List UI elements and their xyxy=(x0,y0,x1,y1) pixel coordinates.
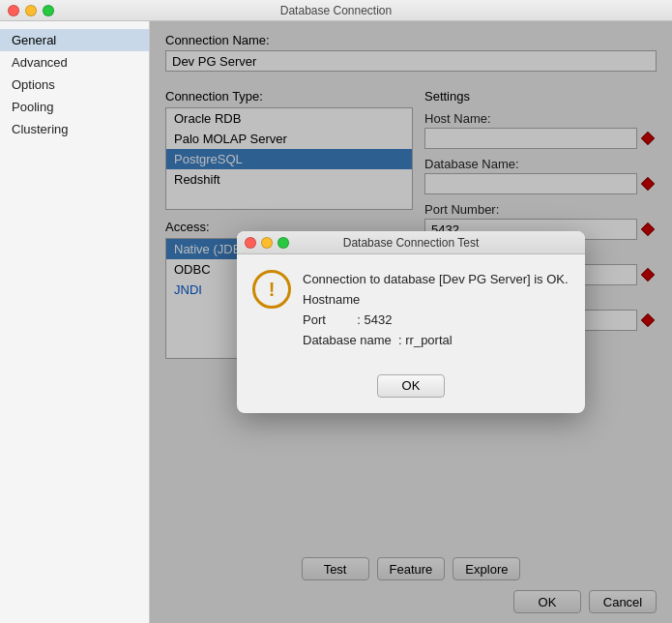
modal-message: Connection to database [Dev PG Server] i… xyxy=(303,270,570,350)
modal-dbname-value: : rr_portal xyxy=(398,333,453,347)
sidebar-item-clustering[interactable]: Clustering xyxy=(0,118,149,140)
content-area: Connection Name: Connection Type: Oracle… xyxy=(150,21,672,623)
window-title: Database Connection xyxy=(280,4,392,17)
window-controls[interactable] xyxy=(8,5,54,16)
close-button[interactable] xyxy=(8,5,19,16)
modal-ok-button[interactable]: OK xyxy=(377,374,445,398)
maximize-button[interactable] xyxy=(43,5,54,16)
modal-title: Database Connection Test xyxy=(237,236,585,250)
modal-dialog: Database Connection Test ! Connection to… xyxy=(237,231,585,412)
modal-port-value: : 5432 xyxy=(357,312,392,327)
title-bar: Database Connection xyxy=(0,0,672,21)
warning-icon: ! xyxy=(252,270,291,309)
modal-footer: OK xyxy=(237,367,585,413)
sidebar: General Advanced Options Pooling Cluster… xyxy=(0,21,150,623)
sidebar-item-general[interactable]: General xyxy=(0,29,149,51)
sidebar-item-pooling[interactable]: Pooling xyxy=(0,96,149,118)
modal-close-button[interactable] xyxy=(245,237,256,249)
modal-port-row: Port : 5432 xyxy=(303,312,393,327)
modal-maximize-button[interactable] xyxy=(278,237,289,249)
modal-minimize-button[interactable] xyxy=(261,237,273,249)
modal-message-text: Connection to database [Dev PG Server] i… xyxy=(303,272,569,286)
minimize-button[interactable] xyxy=(25,5,37,16)
modal-hostname-label: Hostname xyxy=(303,292,360,307)
modal-content: Connection to database [Dev PG Server] i… xyxy=(303,270,570,350)
sidebar-item-advanced[interactable]: Advanced xyxy=(0,51,149,74)
modal-title-bar: Database Connection Test xyxy=(237,231,585,254)
modal-overlay: Database Connection Test ! Connection to… xyxy=(150,21,672,623)
modal-body: ! Connection to database [Dev PG Server]… xyxy=(237,254,585,366)
sidebar-item-options[interactable]: Options xyxy=(0,74,149,96)
main-container: General Advanced Options Pooling Cluster… xyxy=(0,21,672,623)
modal-dbname-row: Database name : rr_portal xyxy=(303,333,453,347)
modal-window-controls[interactable] xyxy=(245,237,289,249)
